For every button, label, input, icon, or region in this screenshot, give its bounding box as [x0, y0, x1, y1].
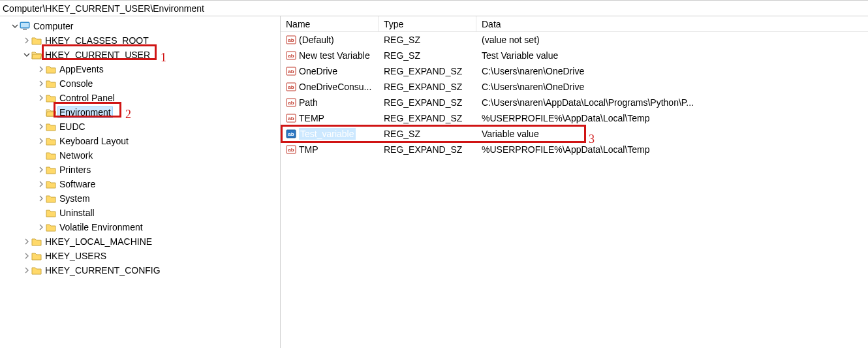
tree-node-label: HKEY_CLASSES_ROOT: [43, 35, 151, 46]
chevron-right-icon[interactable]: [37, 165, 46, 174]
folder-icon: [46, 136, 56, 146]
cell-data: C:\Users\naren\OneDrive: [476, 82, 868, 92]
cell-data: Test Variable value: [476, 50, 868, 61]
regedit-window: Computer\HKEY_CURRENT_USER\Environment C…: [0, 0, 868, 348]
cell-name: ab OneDrive: [281, 66, 379, 76]
tree-node-appevents[interactable]: AppEvents: [0, 62, 280, 76]
tree-node-hklm[interactable]: HKEY_LOCAL_MACHINE: [0, 234, 280, 249]
tree-node-network[interactable]: · Network: [0, 148, 280, 163]
folder-icon: [31, 251, 42, 261]
tree-node-hku[interactable]: HKEY_USERS: [0, 249, 280, 263]
tree-node-label: HKEY_USERS: [43, 250, 108, 262]
string-value-icon: ab: [286, 82, 296, 92]
folder-icon: [46, 223, 56, 232]
tree-node-label: Printers: [57, 164, 93, 176]
column-header-type[interactable]: Type: [379, 16, 476, 31]
column-header-data[interactable]: Data: [476, 16, 868, 31]
tree-node-volatileenv[interactable]: Volatile Environment: [0, 220, 280, 234]
address-bar[interactable]: Computer\HKEY_CURRENT_USER\Environment: [0, 1, 868, 16]
cell-data: C:\Users\naren\OneDrive: [476, 66, 868, 76]
folder-open-icon: [46, 108, 56, 117]
tree-node-hkcc[interactable]: HKEY_CURRENT_CONFIG: [0, 263, 280, 277]
tree-node-printers[interactable]: Printers: [0, 163, 280, 177]
chevron-right-icon[interactable]: [37, 136, 46, 146]
svg-text:ab: ab: [288, 116, 294, 121]
tree-pane[interactable]: Computer HKEY_CLASSES_ROOT: [0, 16, 281, 348]
tree-node-label: Keyboard Layout: [57, 135, 131, 147]
cell-type: REG_EXPAND_SZ: [379, 97, 476, 108]
svg-text:ab: ab: [288, 131, 294, 137]
cell-data: (value not set): [476, 35, 868, 45]
column-header-name[interactable]: Name: [281, 16, 379, 31]
tree-node-controlpanel[interactable]: Control Panel: [0, 91, 280, 105]
tree-node-uninstall[interactable]: · Uninstall: [0, 206, 280, 220]
chevron-right-icon[interactable]: [37, 223, 46, 232]
tree-root-computer[interactable]: Computer: [0, 19, 280, 33]
list-row[interactable]: ab (Default) REG_SZ (value not set): [281, 32, 868, 48]
svg-text:ab: ab: [288, 37, 294, 43]
tree-node-label: HKEY_CURRENT_CONFIG: [43, 264, 163, 276]
chevron-right-icon[interactable]: [37, 180, 46, 189]
svg-text:ab: ab: [288, 53, 294, 59]
string-value-icon: ab: [286, 113, 296, 123]
cell-name: ab OneDriveConsu...: [281, 82, 379, 92]
cell-type: REG_SZ: [379, 129, 476, 139]
svg-text:ab: ab: [288, 147, 294, 153]
string-value-icon: ab: [286, 129, 296, 139]
value-name-label: (Default): [299, 35, 334, 45]
tree-node-hkcr[interactable]: HKEY_CLASSES_ROOT: [0, 33, 280, 48]
list-row[interactable]: ab New test Variable REG_SZ Test Variabl…: [281, 48, 868, 63]
chevron-right-icon[interactable]: [22, 266, 31, 275]
chevron-right-icon[interactable]: [22, 237, 31, 246]
cell-type: REG_EXPAND_SZ: [379, 144, 476, 155]
cell-type: REG_EXPAND_SZ: [379, 66, 476, 76]
chevron-right-icon[interactable]: [37, 65, 46, 74]
list-row[interactable]: ab Path REG_EXPAND_SZ C:\Users\naren\App…: [281, 95, 868, 110]
chevron-right-icon[interactable]: [37, 122, 46, 131]
list-row[interactable]: ab TMP REG_EXPAND_SZ %USERPROFILE%\AppDa…: [281, 142, 868, 157]
chevron-right-icon[interactable]: [37, 194, 46, 203]
chevron-down-icon[interactable]: [22, 50, 31, 59]
list-body: ab (Default) REG_SZ (value not set) ab N…: [281, 32, 868, 157]
value-name-label: OneDriveConsu...: [299, 82, 371, 92]
folder-icon: [46, 180, 56, 189]
cell-data: %USERPROFILE%\AppData\Local\Temp: [476, 113, 868, 123]
string-value-icon: ab: [286, 144, 296, 155]
tree-node-environment[interactable]: · Environment: [0, 105, 280, 119]
folder-icon: [46, 208, 56, 217]
svg-rect-2: [23, 29, 27, 30]
cell-name: ab TEMP: [281, 113, 379, 123]
chevron-right-icon[interactable]: [22, 36, 31, 45]
tree-node-system[interactable]: System: [0, 191, 280, 206]
chevron-right-icon[interactable]: [37, 79, 46, 88]
string-value-icon: ab: [286, 97, 296, 108]
list-header[interactable]: Name Type Data: [281, 16, 868, 32]
folder-icon: [31, 36, 42, 45]
computer-icon: [20, 22, 30, 31]
values-pane[interactable]: Name Type Data ab (Default) REG_SZ (valu…: [281, 16, 868, 348]
chevron-down-icon[interactable]: [10, 22, 20, 31]
tree-node-label: HKEY_CURRENT_USER: [43, 49, 152, 61]
tree-node-console[interactable]: Console: [0, 76, 280, 91]
tree-node-keyboardlayout[interactable]: Keyboard Layout: [0, 134, 280, 148]
list-row[interactable]: ab OneDrive REG_EXPAND_SZ C:\Users\naren…: [281, 63, 868, 79]
tree-node-label: System: [57, 193, 92, 204]
tree-node-eudc[interactable]: EUDC: [0, 119, 280, 134]
svg-text:ab: ab: [288, 69, 294, 74]
value-name-label: TMP: [299, 144, 318, 155]
list-row[interactable]: ab Test_variable REG_SZ Variable value: [281, 126, 868, 142]
list-row[interactable]: ab OneDriveConsu... REG_EXPAND_SZ C:\Use…: [281, 79, 868, 95]
tree-node-hkcu[interactable]: HKEY_CURRENT_USER: [0, 48, 280, 62]
tree-node-label: Volatile Environment: [57, 221, 145, 233]
chevron-right-icon[interactable]: [37, 93, 46, 103]
tree-root-label: Computer: [31, 20, 75, 32]
folder-open-icon: [31, 50, 42, 59]
folder-icon: [46, 79, 56, 88]
list-row[interactable]: ab TEMP REG_EXPAND_SZ %USERPROFILE%\AppD…: [281, 110, 868, 126]
cell-type: REG_EXPAND_SZ: [379, 113, 476, 123]
folder-icon: [46, 122, 56, 131]
cell-data: C:\Users\naren\AppData\Local\Programs\Py…: [476, 97, 868, 108]
chevron-right-icon[interactable]: [22, 251, 31, 261]
tree-node-software[interactable]: Software: [0, 177, 280, 191]
tree-node-label: HKEY_LOCAL_MACHINE: [43, 236, 154, 247]
